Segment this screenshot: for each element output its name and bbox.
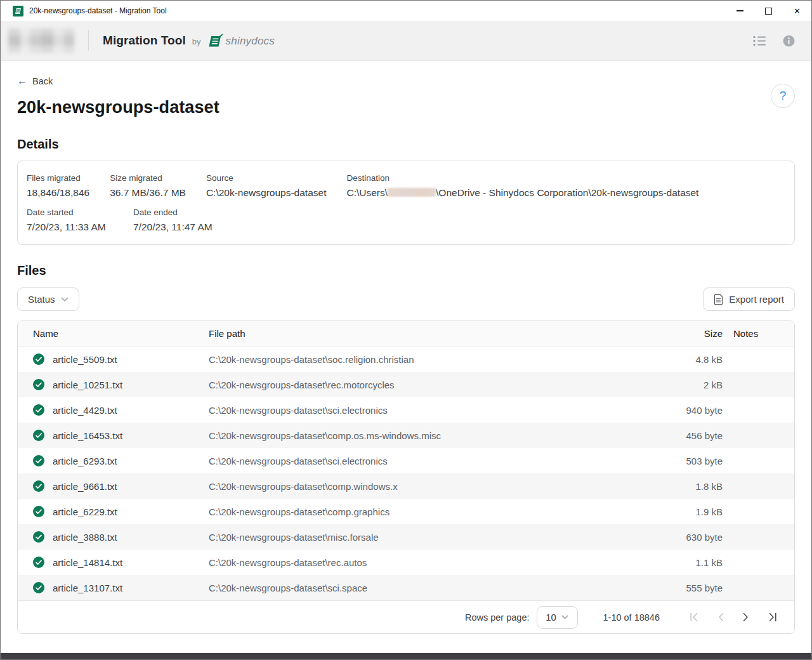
success-check-icon xyxy=(33,430,44,441)
file-path: C:\20k-newsgroups-dataset\comp.graphics xyxy=(209,506,665,517)
files-toolbar: Status Export report xyxy=(17,287,795,311)
customer-logo xyxy=(8,29,74,53)
file-path: C:\20k-newsgroups-dataset\comp.os.ms-win… xyxy=(209,430,665,441)
success-check-icon xyxy=(33,506,44,517)
file-path: C:\20k-newsgroups-dataset\sci.electronic… xyxy=(209,405,665,416)
document-icon xyxy=(714,294,723,305)
list-icon xyxy=(753,36,766,46)
file-name: article_16453.txt xyxy=(53,430,122,441)
table-row: article_4429.txt C:\20k-newsgroups-datas… xyxy=(18,397,794,423)
rows-per-page-label: Rows per page: xyxy=(465,612,530,623)
success-check-icon xyxy=(33,353,44,365)
success-check-icon xyxy=(33,582,44,593)
question-mark-icon: ? xyxy=(780,89,787,103)
file-name: article_9661.txt xyxy=(53,481,117,492)
back-arrow-icon: ← xyxy=(17,76,27,87)
detail-date-started: Date started 7/20/23, 11:33 AM xyxy=(27,208,113,233)
table-row: article_5509.txt C:\20k-newsgroups-datas… xyxy=(18,346,794,372)
window-title: 20k-newsgroups-dataset - Migration Tool xyxy=(29,6,167,15)
column-header-name: Name xyxy=(33,328,209,339)
back-link[interactable]: ← Back xyxy=(17,76,53,87)
file-size: 1.1 kB xyxy=(665,557,723,568)
app-header: Migration Tool by shinydocs xyxy=(1,21,811,61)
file-name: article_5509.txt xyxy=(53,354,117,365)
file-path: C:\20k-newsgroups-dataset\sci.space xyxy=(209,583,665,593)
previous-page-button[interactable] xyxy=(717,612,724,622)
file-size: 456 byte xyxy=(665,430,723,441)
status-filter-button[interactable]: Status xyxy=(17,287,79,311)
maximize-button[interactable] xyxy=(754,1,783,21)
first-page-button[interactable] xyxy=(689,612,699,622)
shinydocs-logo: shinydocs xyxy=(206,34,275,49)
pagination-range: 1-10 of 18846 xyxy=(603,612,660,623)
close-button[interactable]: ✕ xyxy=(783,1,811,21)
header-divider xyxy=(88,30,89,51)
minimize-button[interactable] xyxy=(726,1,754,21)
table-row: article_16453.txt C:\20k-newsgroups-data… xyxy=(18,423,794,448)
activity-list-button[interactable] xyxy=(753,36,766,46)
info-button[interactable] xyxy=(783,35,795,47)
app-title: Migration Tool xyxy=(103,34,186,48)
help-button[interactable]: ? xyxy=(771,84,795,108)
file-size: 4.8 kB xyxy=(665,354,723,365)
detail-size-migrated: Size migrated 36.7 MB/36.7 MB xyxy=(110,173,186,199)
file-name: article_4429.txt xyxy=(53,405,117,416)
table-row: article_6229.txt C:\20k-newsgroups-datas… xyxy=(18,499,794,524)
file-size: 1.8 kB xyxy=(665,481,723,492)
file-path: C:\20k-newsgroups-dataset\sci.electronic… xyxy=(209,456,665,466)
detail-date-ended: Date ended 7/20/23, 11:47 AM xyxy=(133,208,213,233)
file-name: article_6229.txt xyxy=(53,506,117,517)
chevron-right-icon xyxy=(742,612,750,622)
shinydocs-glyph-icon xyxy=(206,34,224,49)
detail-source: Source C:\20k-newsgroups-dataset xyxy=(206,173,327,199)
detail-destination: Destination C:\Users\\OneDrive - Shinydo… xyxy=(346,173,698,199)
file-name: article_6293.txt xyxy=(53,456,117,466)
main-content: ← Back ? 20k-newsgroups-dataset Details … xyxy=(1,61,811,653)
titlebar: 20k-newsgroups-dataset - Migration Tool … xyxy=(1,1,811,21)
table-row: article_6293.txt C:\20k-newsgroups-datas… xyxy=(18,448,794,473)
success-check-icon xyxy=(33,404,44,416)
table-row: article_3888.txt C:\20k-newsgroups-datas… xyxy=(18,524,794,550)
column-header-file-path: File path xyxy=(209,328,665,339)
file-size: 503 byte xyxy=(665,456,723,466)
export-report-button[interactable]: Export report xyxy=(703,287,795,311)
file-size: 555 byte xyxy=(665,583,723,593)
details-card: Files migrated 18,846/18,846 Size migrat… xyxy=(17,161,795,245)
file-path: C:\20k-newsgroups-dataset\rec.autos xyxy=(209,557,665,568)
files-table: Name File path Size Notes article_5509.t… xyxy=(17,320,795,634)
table-row: article_13107.txt C:\20k-newsgroups-data… xyxy=(18,575,794,600)
files-heading: Files xyxy=(17,263,795,278)
success-check-icon xyxy=(33,480,44,492)
app-window: 20k-newsgroups-dataset - Migration Tool … xyxy=(0,0,812,660)
page-title: 20k-newsgroups-dataset xyxy=(17,98,795,117)
file-name: article_14814.txt xyxy=(53,557,122,568)
file-path: C:\20k-newsgroups-dataset\soc.religion.c… xyxy=(209,354,665,365)
shinydocs-wordmark: shinydocs xyxy=(226,35,275,48)
minimize-icon xyxy=(737,10,743,11)
table-row: article_14814.txt C:\20k-newsgroups-data… xyxy=(18,550,794,575)
last-page-icon xyxy=(768,612,778,622)
table-row: article_10251.txt C:\20k-newsgroups-data… xyxy=(18,372,794,397)
app-icon xyxy=(13,6,23,16)
table-pagination: Rows per page: 10 1-10 of 18846 xyxy=(18,600,794,633)
file-size: 2 kB xyxy=(665,380,723,390)
maximize-icon xyxy=(765,8,772,15)
chevron-down-icon xyxy=(561,615,568,619)
table-header-row: Name File path Size Notes xyxy=(18,321,794,346)
taskbar-edge xyxy=(1,653,811,659)
file-name: article_3888.txt xyxy=(53,532,117,543)
back-label: Back xyxy=(32,76,53,86)
next-page-button[interactable] xyxy=(742,612,750,622)
last-page-button[interactable] xyxy=(768,612,778,622)
success-check-icon xyxy=(33,379,44,390)
first-page-icon xyxy=(689,612,699,622)
file-size: 630 byte xyxy=(665,532,723,543)
detail-files-migrated: Files migrated 18,846/18,846 xyxy=(27,173,89,199)
details-heading: Details xyxy=(17,137,795,152)
file-size: 940 byte xyxy=(665,405,723,416)
info-icon xyxy=(783,35,795,47)
file-size: 1.9 kB xyxy=(665,506,723,517)
column-header-size: Size xyxy=(665,328,723,339)
column-header-notes: Notes xyxy=(723,328,779,339)
rows-per-page-select[interactable]: 10 xyxy=(537,606,578,629)
